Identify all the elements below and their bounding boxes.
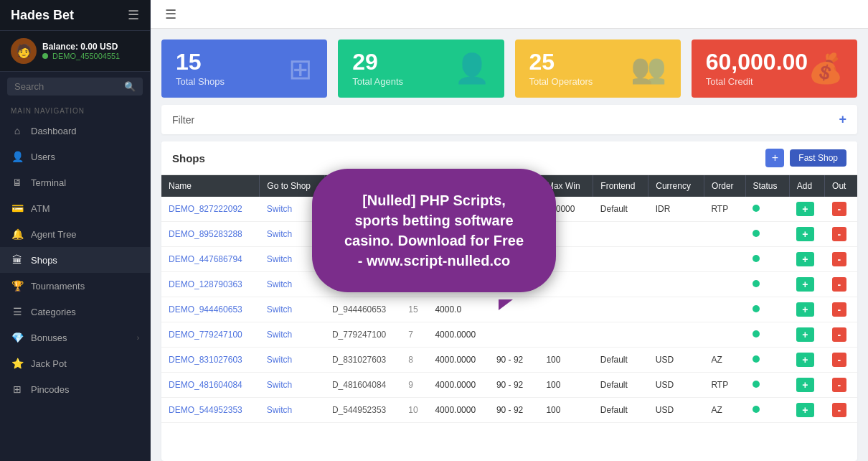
sidebar-item-bonuses[interactable]: 💎 Bonuses › — [0, 325, 150, 350]
cell-out[interactable]: - — [825, 272, 857, 297]
out-button[interactable]: - — [832, 202, 847, 216]
sidebar-item-pincodes[interactable]: ⊞ Pincodes — [0, 376, 150, 402]
out-button[interactable]: - — [832, 227, 847, 241]
operators-icon: 👥 — [631, 52, 666, 85]
add-button[interactable]: + — [796, 403, 813, 417]
cell-add[interactable]: + — [789, 247, 824, 272]
cell-add[interactable]: + — [789, 222, 824, 247]
sidebar-hamburger-icon[interactable]: ☰ — [128, 7, 139, 23]
out-button[interactable]: - — [832, 252, 847, 266]
topbar-hamburger-icon[interactable]: ☰ — [165, 6, 176, 22]
cell-name[interactable]: DEMO_544952353 — [161, 398, 260, 423]
sidebar-item-atm[interactable]: 💳 ATM — [0, 195, 150, 221]
cell-out[interactable]: - — [825, 348, 857, 373]
cell-add[interactable]: + — [789, 398, 824, 423]
cell-name[interactable]: DEMO_895283288 — [161, 222, 260, 247]
add-button[interactable]: + — [796, 378, 813, 392]
filter-bar: Filter + — [161, 105, 857, 134]
cell-out[interactable]: - — [825, 197, 857, 222]
cell-out[interactable]: - — [825, 247, 857, 272]
cell-go-to-shop[interactable]: Switch — [260, 322, 325, 348]
out-button[interactable]: - — [832, 378, 847, 392]
cell-percent — [489, 297, 539, 322]
out-button[interactable]: - — [832, 353, 847, 367]
add-button[interactable]: + — [796, 353, 813, 367]
add-button[interactable]: + — [796, 252, 813, 266]
cell-go-to-shop[interactable]: Switch — [260, 222, 325, 247]
search-icon: 🔍 — [124, 81, 136, 92]
add-button[interactable]: + — [796, 202, 813, 216]
cell-go-to-shop[interactable]: Switch — [260, 373, 325, 398]
shops-table: Name Go to Shop Operator ID Credit Perce… — [161, 175, 857, 423]
cell-go-to-shop[interactable]: Switch — [260, 272, 325, 297]
cell-name[interactable]: DEMO_779247100 — [161, 322, 260, 348]
search-bar[interactable]: 🔍 — [7, 78, 143, 96]
sidebar-item-terminal[interactable]: 🖥 Terminal — [0, 169, 150, 195]
cell-max-win — [539, 272, 593, 297]
cell-frontend — [593, 222, 648, 247]
cell-max-win: 100 — [539, 348, 593, 373]
cell-out[interactable]: - — [825, 222, 857, 247]
cell-out[interactable]: - — [825, 398, 857, 423]
cell-currency — [648, 322, 704, 348]
sidebar-item-shops[interactable]: 🏛 Shops — [0, 247, 150, 273]
sidebar-item-label: Terminal — [31, 177, 139, 188]
cell-out[interactable]: - — [825, 297, 857, 322]
sidebar-item-jackpot[interactable]: ⭐ Jack Pot — [0, 350, 150, 376]
sidebar-header: Hades Bet ☰ — [0, 0, 150, 31]
cell-out[interactable]: - — [825, 322, 857, 348]
sidebar-item-users[interactable]: 👤 Users — [0, 144, 150, 169]
cell-name[interactable]: DEMO_128790363 — [161, 272, 260, 297]
stat-number: 29 — [352, 50, 403, 73]
cell-go-to-shop[interactable]: Switch — [260, 297, 325, 322]
cell-operator: D_895283288 — [325, 222, 401, 247]
cell-out[interactable]: - — [825, 373, 857, 398]
out-button[interactable]: - — [832, 403, 847, 417]
sidebar-item-dashboard[interactable]: ⌂ Dashboard — [0, 118, 150, 144]
cell-add[interactable]: + — [789, 322, 824, 348]
add-button[interactable]: + — [796, 302, 813, 317]
cell-add[interactable]: + — [789, 197, 824, 222]
main-content: ☰ 15 Total Shops ⊞ 29 Total Agents 👤 25 … — [151, 0, 868, 461]
sidebar-item-agent-tree[interactable]: 🔔 Agent Tree — [0, 221, 150, 247]
cell-go-to-shop[interactable]: Switch — [260, 247, 325, 272]
out-button[interactable]: - — [832, 302, 847, 317]
shops-actions: + Fast Shop — [765, 149, 846, 167]
out-button[interactable]: - — [832, 277, 847, 292]
cell-currency: USD — [648, 348, 704, 373]
sidebar-item-categories[interactable]: ☰ Categories — [0, 299, 150, 325]
cell-add[interactable]: + — [789, 373, 824, 398]
cell-name[interactable]: DEMO_944460653 — [161, 297, 260, 322]
shops-icon: 🏛 — [11, 254, 24, 266]
sidebar-item-tournaments[interactable]: 🏆 Tournaments — [0, 273, 150, 299]
cell-add[interactable]: + — [789, 272, 824, 297]
add-shop-button[interactable]: + — [765, 149, 784, 167]
fast-shop-button[interactable]: Fast Shop — [790, 149, 846, 167]
cell-percent: 90 - 92 — [489, 348, 539, 373]
out-button[interactable]: - — [832, 327, 847, 342]
cell-go-to-shop[interactable]: Switch — [260, 348, 325, 373]
user-info: Balance: 0.00 USD DEMO_455004551 — [42, 42, 120, 60]
stat-card-shops: 15 Total Shops ⊞ — [161, 39, 327, 98]
cell-add[interactable]: + — [789, 297, 824, 322]
cell-go-to-shop[interactable]: Switch — [260, 197, 325, 222]
status-dot — [753, 381, 760, 388]
add-button[interactable]: + — [796, 227, 813, 241]
cell-percent — [489, 272, 539, 297]
cell-name[interactable]: DEMO_831027603 — [161, 348, 260, 373]
cell-id: 8 — [401, 348, 428, 373]
search-input[interactable] — [14, 81, 120, 92]
filter-plus-button[interactable]: + — [839, 112, 846, 127]
stat-card-operators: 25 Total Operators 👥 — [515, 39, 681, 98]
table-row: DEMO_895283288 Switch D_895283288 4 4000… — [161, 222, 857, 247]
cell-name[interactable]: DEMO_827222092 — [161, 197, 260, 222]
cell-go-to-shop[interactable]: Switch — [260, 398, 325, 423]
add-button[interactable]: + — [796, 327, 813, 342]
add-button[interactable]: + — [796, 277, 813, 292]
cell-add[interactable]: + — [789, 348, 824, 373]
cell-name[interactable]: DEMO_447686794 — [161, 247, 260, 272]
col-go-to-shop: Go to Shop — [260, 175, 325, 197]
cell-name[interactable]: DEMO_481604084 — [161, 373, 260, 398]
cell-order — [704, 222, 745, 247]
stat-info: 29 Total Agents — [352, 50, 403, 87]
